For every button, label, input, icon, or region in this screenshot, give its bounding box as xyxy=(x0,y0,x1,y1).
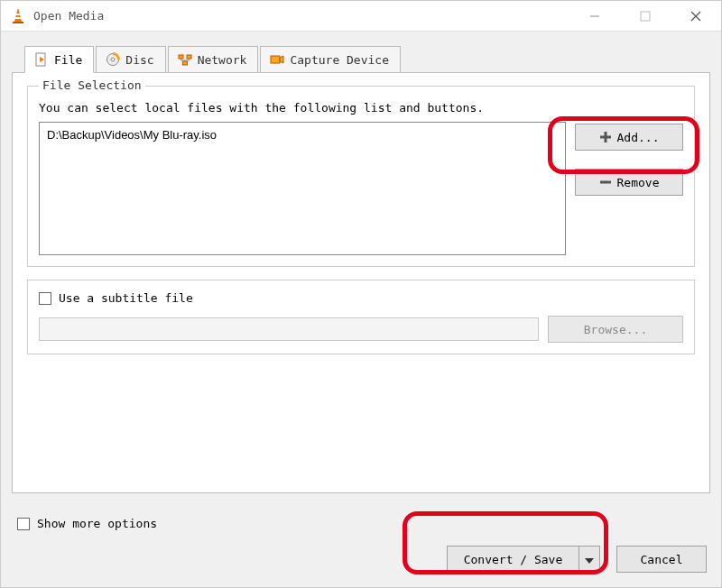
convert-save-split-button: Convert / Save xyxy=(447,546,600,573)
minimize-button[interactable] xyxy=(569,1,620,32)
dialog-footer: Show more options Convert / Save Cancel xyxy=(12,501,710,576)
open-media-window: Open Media File Disc xyxy=(0,0,722,588)
show-more-options-row: Show more options xyxy=(17,517,157,530)
show-more-options-checkbox[interactable] xyxy=(17,518,30,530)
chevron-down-icon xyxy=(585,553,594,566)
close-button[interactable] xyxy=(671,1,721,32)
tabstrip: File Disc Network Capture Device xyxy=(12,42,710,73)
tab-capture-label: Capture Device xyxy=(290,53,389,67)
list-item[interactable]: D:\Backup\Videos\My Blu-ray.iso xyxy=(47,128,558,142)
capture-icon xyxy=(270,52,284,67)
add-button[interactable]: Add... xyxy=(575,124,683,151)
tab-disc[interactable]: Disc xyxy=(96,46,165,73)
tab-disc-label: Disc xyxy=(125,53,153,67)
titlebar: Open Media xyxy=(1,1,721,32)
convert-save-label: Convert / Save xyxy=(464,553,563,566)
svg-rect-19 xyxy=(271,56,280,63)
svg-rect-14 xyxy=(182,61,187,65)
tab-file[interactable]: File xyxy=(24,46,94,73)
use-subtitle-checkbox[interactable] xyxy=(39,292,51,305)
svg-marker-20 xyxy=(280,56,283,63)
file-selection-group: File Selection You can select local file… xyxy=(27,86,695,267)
browse-button-label: Browse... xyxy=(584,323,647,336)
svg-marker-0 xyxy=(14,9,22,23)
add-button-label: Add... xyxy=(617,131,660,144)
svg-rect-1 xyxy=(16,14,21,15)
svg-rect-12 xyxy=(179,55,183,59)
file-icon xyxy=(34,52,49,67)
file-selection-legend: File Selection xyxy=(39,78,145,92)
remove-button-label: Remove xyxy=(617,176,660,189)
show-more-options-label: Show more options xyxy=(37,517,157,530)
remove-button[interactable]: Remove xyxy=(575,169,683,196)
tab-file-label: File xyxy=(54,53,82,67)
svg-point-11 xyxy=(111,58,115,61)
minus-icon xyxy=(599,176,612,188)
vlc-cone-icon xyxy=(10,8,26,24)
subtitle-group: Use a subtitle file Browse... xyxy=(27,280,695,354)
file-list[interactable]: D:\Backup\Videos\My Blu-ray.iso xyxy=(39,122,566,255)
network-icon xyxy=(178,52,192,67)
tab-network-label: Network xyxy=(198,53,247,67)
plus-icon xyxy=(599,131,612,143)
browse-button: Browse... xyxy=(548,316,683,343)
tab-capture[interactable]: Capture Device xyxy=(260,46,401,73)
cancel-button[interactable]: Cancel xyxy=(616,546,707,573)
tab-network[interactable]: Network xyxy=(168,46,259,73)
svg-rect-13 xyxy=(187,55,191,59)
convert-save-dropdown[interactable] xyxy=(579,546,600,573)
svg-rect-3 xyxy=(13,22,23,23)
subtitle-path-input xyxy=(39,317,539,341)
cancel-button-label: Cancel xyxy=(641,553,683,566)
disc-icon xyxy=(106,52,120,67)
maximize-button[interactable] xyxy=(620,1,671,32)
window-title: Open Media xyxy=(33,9,104,23)
svg-marker-24 xyxy=(585,558,594,564)
file-tab-panel: File Selection You can select local file… xyxy=(12,72,710,493)
svg-rect-5 xyxy=(641,12,650,21)
dialog-content: File Disc Network Capture Device xyxy=(12,42,710,576)
use-subtitle-label: Use a subtitle file xyxy=(59,291,193,305)
svg-rect-2 xyxy=(15,17,21,19)
convert-save-button[interactable]: Convert / Save xyxy=(447,546,579,573)
file-selection-hint: You can select local files with the foll… xyxy=(39,101,683,115)
